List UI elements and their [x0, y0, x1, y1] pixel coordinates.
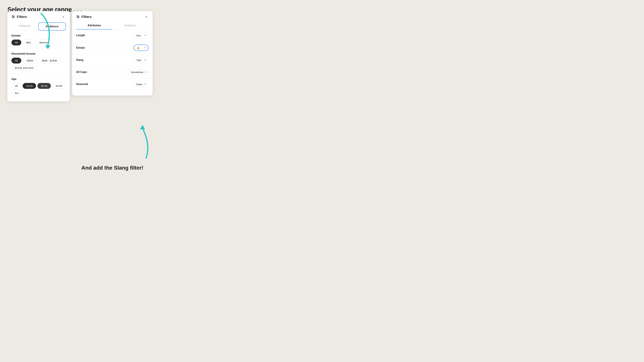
right-panel-title: Filters: [82, 15, 92, 19]
income-chip-50k[interactable]: <$50K: [23, 58, 37, 63]
age-chip-61-plus[interactable]: 61+: [12, 90, 23, 96]
filter-row-seasonal: Seasonal Nope ▾: [72, 78, 152, 90]
tab-audience-right[interactable]: Audience: [112, 22, 148, 29]
tab-attributes-left[interactable]: Attributes: [12, 22, 38, 30]
right-panel-close-button[interactable]: ×: [144, 14, 148, 19]
gender-chip-all[interactable]: All: [12, 39, 21, 45]
filter-label-emojis: Emojis: [76, 46, 85, 49]
income-title: Household Income: [12, 52, 66, 55]
filter-dropdown-emojis[interactable]: 👍 ▾: [134, 44, 148, 51]
filter-dropdown-seasonal[interactable]: Nope ▾: [134, 81, 148, 87]
filter-label-length: Length: [76, 34, 85, 37]
age-chip-45-60[interactable]: 45-60: [52, 83, 66, 89]
svg-point-5: [14, 16, 14, 17]
svg-marker-13: [140, 125, 145, 129]
filter-dropdown-slang[interactable]: Yep! ▾: [134, 57, 148, 63]
left-panel-title: Filters: [17, 15, 27, 19]
left-panel-close-button[interactable]: ×: [61, 14, 66, 19]
chevron-down-icon: ▾: [145, 34, 146, 36]
age-section: Age All 18-29 30-44 45-60 61+: [8, 74, 70, 96]
filter-dropdown-all-caps[interactable]: Sometimes ▾: [128, 69, 148, 75]
svg-point-6: [12, 17, 13, 18]
left-panel-tabs: Attributes Audience: [12, 22, 66, 30]
income-section: Household Income All <$50K $50K - $150K …: [8, 49, 70, 71]
right-panel-tabs: Attributes Audience: [76, 22, 148, 29]
bottom-annotation: And add the Slang filter!: [72, 165, 152, 171]
filter-icon-right: [76, 15, 80, 18]
left-panel-header: Filters ×: [8, 11, 70, 19]
right-filter-panel: Filters × Attributes Audience Length Any…: [72, 11, 152, 95]
chevron-down-icon-emojis: ▾: [144, 46, 146, 49]
filter-icon: [12, 15, 15, 18]
filter-row-emojis: Emojis 👍 ▾: [72, 41, 152, 54]
filter-row-length: Length Any ▾: [72, 29, 152, 41]
gender-section: Gender All Men Women: [8, 30, 70, 45]
filter-label-slang: Slang: [76, 58, 84, 61]
chevron-down-icon-caps: ▾: [145, 71, 146, 73]
filter-row-slang: Slang Yep! ▾: [72, 54, 152, 66]
income-chip-50k-150k[interactable]: $50K - $150K: [38, 58, 61, 63]
age-chip-18-29[interactable]: 18-29: [23, 83, 36, 89]
age-chips: All 18-29 30-44 45-60 61+: [12, 83, 66, 96]
age-chip-30-44[interactable]: 30-44: [38, 83, 51, 89]
tab-attributes-right[interactable]: Attributes: [76, 22, 112, 29]
right-panel-header-left: Filters: [76, 15, 92, 19]
gender-chip-men[interactable]: Men: [23, 39, 34, 45]
chevron-down-icon-seasonal: ▾: [145, 83, 146, 85]
svg-point-10: [77, 15, 78, 16]
svg-point-4: [12, 15, 13, 16]
left-panel-header-left: Filters: [12, 15, 27, 19]
chevron-down-icon-slang: ▾: [145, 59, 146, 61]
filter-dropdown-length[interactable]: Any ▾: [134, 32, 148, 38]
age-chip-all[interactable]: All: [12, 83, 21, 89]
tab-audience-left[interactable]: Audience: [38, 22, 66, 30]
filter-label-seasonal: Seasonal: [76, 83, 88, 86]
gender-chips: All Men Women: [12, 39, 66, 45]
left-filter-panel: Filters × Attributes Audience Gender All…: [8, 11, 70, 101]
filter-row-all-caps: All Caps Sometimes ▾: [72, 66, 152, 78]
gender-chip-women[interactable]: Women: [36, 39, 52, 45]
income-chip-all[interactable]: All: [12, 58, 21, 63]
teal-arrow-up: [132, 125, 152, 159]
filter-label-all-caps: All Caps: [76, 70, 87, 73]
right-panel-header: Filters ×: [72, 11, 152, 19]
svg-point-11: [78, 16, 79, 17]
gender-title: Gender: [12, 34, 66, 37]
age-title: Age: [12, 78, 66, 81]
svg-point-12: [77, 17, 78, 18]
income-chips: All <$50K $50K - $150K $151K and more: [12, 58, 66, 71]
income-chip-151k-more[interactable]: $151K and more: [12, 65, 37, 71]
